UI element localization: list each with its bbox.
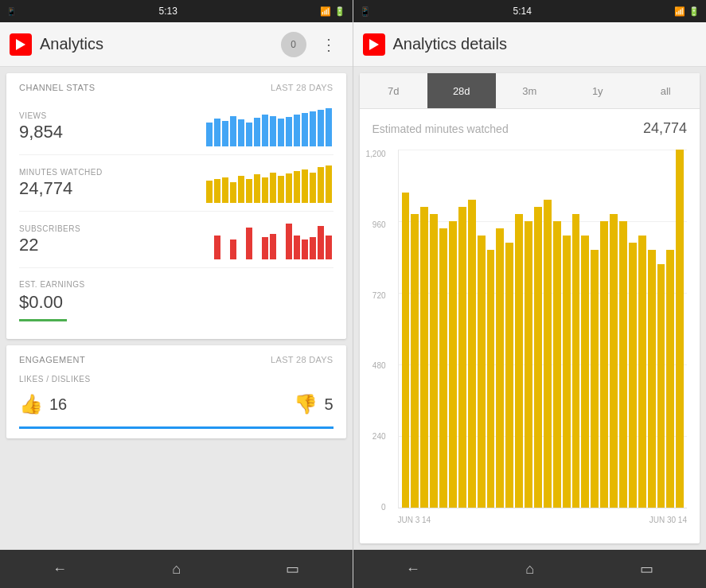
bars-row [399,150,688,508]
dislikes-value: 5 [324,395,333,414]
page-title-left: Analytics [40,35,273,53]
y-label-960: 960 [373,220,386,229]
engagement-label: ENGAGEMENT [19,355,85,364]
svg-rect-30 [318,167,324,203]
status-right-icons-left: 📶 🔋 [320,6,345,17]
status-bar-right: 📱 5:14 📶 🔋 [353,0,707,22]
wifi-icon-left: 📶 [320,6,331,17]
x-label-start: JUN 3 14 [398,516,431,524]
svg-rect-41 [318,226,324,259]
svg-rect-33 [230,239,236,259]
home-button-left[interactable]: ⌂ [156,555,197,584]
status-right-icons-right: 📶 🔋 [674,6,700,17]
subscribers-stat: SUBSCRIBERS 22 [19,224,80,255]
svg-rect-36 [270,234,276,259]
svg-rect-4 [238,119,244,146]
status-time-right: 5:14 [513,6,532,17]
views-row: VIEWS 9,854 [19,99,333,155]
svg-rect-18 [222,177,228,203]
bottom-nav-right: ← ⌂ ▭ [353,550,707,588]
minutes-watched-row: MINUTES WATCHED 24,774 [19,155,333,212]
svg-rect-1 [214,119,220,146]
tab-3m[interactable]: 3m [496,73,564,108]
home-button-right[interactable]: ⌂ [509,555,550,584]
earnings-row: EST. EARNINGS $0.00 [19,268,333,329]
svg-rect-28 [302,169,308,203]
y-label-0: 0 [381,503,386,512]
back-button-right[interactable]: ← [390,555,436,584]
bar-27 [657,264,665,508]
metric-value: 24,774 [643,120,687,137]
status-bar-left: 📱 5:13 📶 🔋 [0,0,353,22]
svg-rect-19 [230,182,236,203]
bar-10 [496,228,504,508]
svg-rect-11 [294,115,300,146]
svg-rect-24 [270,173,276,203]
bar-6 [458,207,466,508]
metric-label: Estimated minutes watched [373,123,509,135]
right-panel: 📱 5:14 📶 🔋 Analytics details 7d 28d 3m 1… [353,0,707,588]
bar-5 [449,221,457,508]
recents-button-right[interactable]: ▭ [624,554,669,584]
svg-rect-3 [230,116,236,146]
sim-icon: 📱 [6,7,16,16]
tab-all[interactable]: all [632,73,700,108]
status-icons-right: 📱 [360,6,371,17]
svg-rect-29 [310,173,316,203]
bars-grid [398,150,688,508]
recents-button-left[interactable]: ▭ [270,554,315,584]
battery-icon-left: 🔋 [334,6,345,17]
bar-13 [525,221,532,508]
bar-28 [666,250,674,508]
subscribers-row: SUBSCRIBERS 22 [19,212,333,268]
y-axis: 1,200 960 720 480 240 0 [366,150,386,512]
svg-rect-2 [222,121,228,146]
bar-25 [638,236,646,508]
channel-stats-header: CHANNEL STATS LAST 28 DAYS [19,83,333,92]
youtube-logo-right [363,33,385,56]
svg-rect-20 [238,176,244,203]
minutes-value: 24,774 [19,178,103,199]
bar-12 [515,214,523,508]
channel-stats-card: CHANNEL STATS LAST 28 DAYS VIEWS 9,854 [6,73,346,339]
page-title-right: Analytics details [393,35,697,53]
more-menu-button[interactable]: ⋮ [314,32,343,57]
bar-3 [430,214,438,508]
tab-1y[interactable]: 1y [564,73,632,108]
y-label-720: 720 [373,291,386,300]
views-chart [206,107,333,146]
engagement-header: ENGAGEMENT LAST 28 DAYS [19,355,333,364]
svg-rect-7 [262,115,268,146]
bar-26 [648,250,656,508]
svg-rect-25 [278,176,284,203]
bar-11 [505,243,513,508]
notification-badge[interactable]: 0 [281,32,306,57]
tab-7d[interactable]: 7d [360,73,428,108]
chart-area: 1,200 960 720 480 240 0 JUN 3 14 [360,143,700,543]
tab-28d[interactable]: 28d [427,73,496,108]
x-axis: JUN 3 14 JUN 30 14 [398,508,688,531]
svg-rect-40 [310,237,316,259]
bar-23 [619,221,627,508]
svg-rect-32 [214,236,220,259]
thumbs-up-icon: 👍 [19,393,43,415]
svg-rect-9 [278,119,284,146]
battery-icon-right: 🔋 [688,6,700,17]
likes-dislikes-label: LIKES / DISLIKES [19,375,91,384]
svg-rect-10 [286,117,292,146]
back-button-left[interactable]: ← [37,555,83,584]
detail-metric-header: Estimated minutes watched 24,774 [360,109,700,143]
wifi-icon-right: 📶 [674,6,685,17]
earnings-bar [19,319,67,321]
x-label-end: JUN 30 14 [649,516,687,524]
svg-rect-38 [294,236,300,259]
svg-rect-5 [246,123,252,146]
views-stat: VIEWS 9,854 [19,111,63,142]
engagement-period: LAST 28 DAYS [271,355,333,364]
details-card: 7d 28d 3m 1y all Estimated minutes watch… [360,73,700,543]
svg-rect-0 [206,123,213,146]
bar-4 [439,228,447,508]
channel-stats-label: CHANNEL STATS [19,83,96,92]
svg-rect-21 [246,179,252,203]
time-tabs: 7d 28d 3m 1y all [360,73,700,109]
